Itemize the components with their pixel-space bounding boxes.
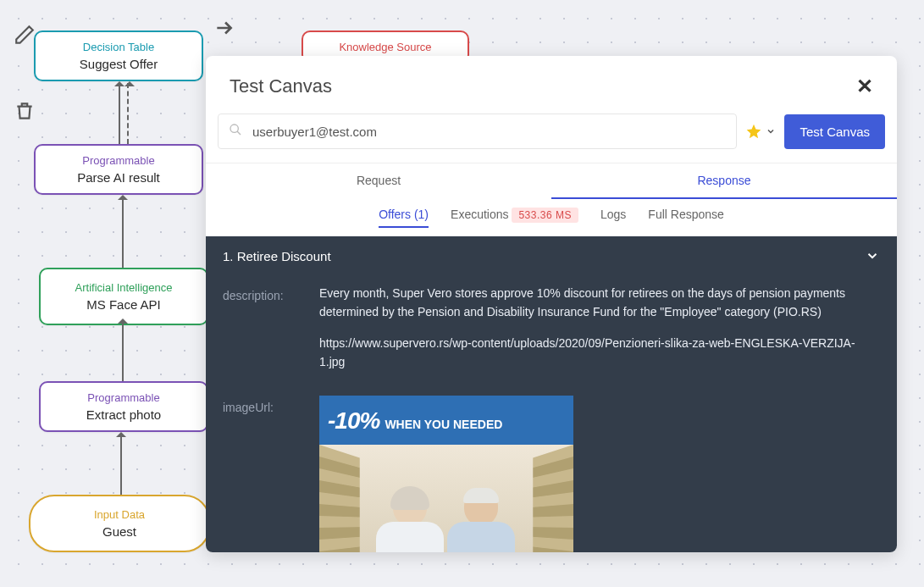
result-panel: 1. Retiree Discount description: Every m… xyxy=(206,236,897,552)
subtab-executions-label: Executions xyxy=(451,208,508,221)
field-value-imageurl: -10% WHEN YOU NEEDED Super VERO xyxy=(319,396,880,552)
result-header[interactable]: 1. Retiree Discount xyxy=(206,236,897,275)
test-canvas-button[interactable]: Test Canvas xyxy=(784,114,885,149)
field-value-description: Every month, Super Vero stores approve 1… xyxy=(319,284,880,384)
subtab-executions[interactable]: Executions 533.36 MS xyxy=(451,208,578,228)
node-label: MS Face API xyxy=(51,297,196,312)
node-type: Input Data xyxy=(41,508,198,521)
svg-point-0 xyxy=(230,125,238,132)
node-type: Programmable xyxy=(51,391,196,404)
connector xyxy=(120,434,122,495)
connector xyxy=(119,83,120,144)
connector xyxy=(122,320,124,381)
field-label-imageurl: imageUrl: xyxy=(223,396,307,552)
result-title: 1. Retiree Discount xyxy=(223,249,331,263)
node-type: Artificial Intelligence xyxy=(51,281,196,294)
node-extract-photo[interactable]: Programmable Extract photo xyxy=(39,381,208,432)
promo-image: -10% WHEN YOU NEEDED Super VERO xyxy=(319,396,573,552)
arrow-right-icon[interactable] xyxy=(213,17,235,39)
pencil-icon[interactable] xyxy=(14,24,36,46)
chevron-down-icon xyxy=(766,126,776,136)
node-type: Knowledge Source xyxy=(313,41,457,53)
test-canvas-dialog: Test Canvas ✕ Test Canvas Request Respon… xyxy=(206,56,897,552)
node-label: Extract photo xyxy=(51,407,196,422)
search-input-wrap xyxy=(218,114,737,149)
search-icon xyxy=(229,123,242,140)
subtab-logs[interactable]: Logs xyxy=(600,208,626,228)
node-type: Programmable xyxy=(46,154,191,167)
description-text: Every month, Super Vero stores approve 1… xyxy=(319,284,880,322)
description-url: https://www.supervero.rs/wp-content/uplo… xyxy=(319,334,880,372)
tab-response[interactable]: Response xyxy=(551,163,897,199)
promo-tagline: WHEN YOU NEEDED xyxy=(385,415,502,434)
node-decision-table[interactable]: Decision Table Suggest Offer xyxy=(34,30,203,81)
subtab-offers[interactable]: Offers (1) xyxy=(379,208,429,228)
chevron-down-icon xyxy=(865,248,880,263)
dialog-title: Test Canvas xyxy=(230,75,332,97)
node-input-guest[interactable]: Input Data Guest xyxy=(29,495,210,552)
connector-dashed xyxy=(127,83,129,144)
node-label: Parse AI result xyxy=(46,170,191,185)
search-input[interactable] xyxy=(252,125,726,139)
tab-request[interactable]: Request xyxy=(206,163,551,199)
close-icon[interactable]: ✕ xyxy=(856,75,873,98)
field-label-description: description: xyxy=(223,284,307,384)
node-parse-ai-result[interactable]: Programmable Parse AI result xyxy=(34,144,203,195)
node-label: Suggest Offer xyxy=(46,57,191,71)
trash-icon[interactable] xyxy=(14,100,36,122)
node-type: Decision Table xyxy=(46,41,191,53)
tabs-primary: Request Response xyxy=(206,163,897,199)
connector xyxy=(122,197,124,268)
favorites-dropdown[interactable] xyxy=(745,123,776,140)
node-label: Guest xyxy=(41,524,198,539)
tabs-secondary: Offers (1) Executions 533.36 MS Logs Ful… xyxy=(206,199,897,236)
subtab-full-response[interactable]: Full Response xyxy=(648,208,724,228)
execution-time-badge: 533.36 MS xyxy=(512,208,578,223)
promo-percent: -10% xyxy=(328,402,379,440)
